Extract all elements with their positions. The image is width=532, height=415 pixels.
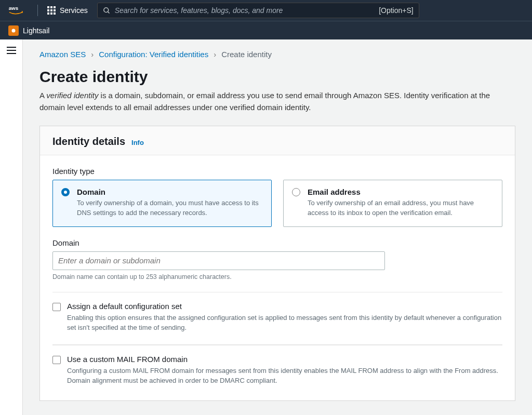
svg-point-3 (12, 29, 16, 32)
search-shortcut-hint: [Option+S] (379, 6, 414, 15)
identity-type-option-email[interactable]: Email address To verify ownership of an … (283, 180, 502, 227)
custom-mailfrom-title: Use a custom MAIL FROM domain (67, 355, 502, 364)
page-subtitle: A verified identity is a domain, subdoma… (39, 90, 515, 113)
panel-header: Identity details Info (40, 126, 515, 155)
assign-config-set-checkbox[interactable] (52, 303, 61, 311)
breadcrumb: Amazon SES › Configuration: Verified ide… (39, 50, 515, 59)
option-desc: To verify ownership of a domain, you mus… (77, 198, 263, 218)
aws-logo[interactable]: aws (8, 5, 28, 16)
option-title: Domain (77, 188, 263, 196)
main-content: Amazon SES › Configuration: Verified ide… (23, 39, 532, 415)
services-label: Services (60, 6, 88, 15)
side-rail (0, 39, 23, 415)
panel-title: Identity details (52, 136, 125, 148)
domain-field: Domain Domain name can contain up to 253… (52, 238, 502, 280)
domain-input[interactable] (52, 251, 385, 270)
global-search[interactable]: [Option+S] (97, 3, 419, 18)
identity-details-panel: Identity details Info Identity type Doma… (39, 126, 515, 401)
chevron-right-icon: › (214, 50, 216, 59)
body-layout: Amazon SES › Configuration: Verified ide… (0, 39, 532, 415)
svg-point-1 (104, 7, 109, 12)
option-title: Email address (308, 188, 494, 196)
breadcrumb-link-verified-identities[interactable]: Configuration: Verified identities (99, 50, 208, 59)
identity-type-field: Identity type Domain To verify ownership… (52, 167, 502, 227)
assign-config-set-row: Assign a default configuration set Enabl… (52, 292, 502, 342)
identity-type-option-domain[interactable]: Domain To verify ownership of a domain, … (52, 180, 272, 227)
custom-mailfrom-row: Use a custom MAIL FROM domain Configurin… (52, 345, 502, 395)
breadcrumb-link-ses[interactable]: Amazon SES (39, 50, 86, 59)
assign-config-set-desc: Enabling this option ensures that the as… (67, 313, 502, 333)
custom-mailfrom-checkbox[interactable] (52, 356, 61, 364)
identity-type-options: Domain To verify ownership of a domain, … (52, 180, 502, 227)
global-search-input[interactable] (111, 6, 375, 15)
identity-type-label: Identity type (52, 167, 502, 176)
panel-body: Identity type Domain To verify ownership… (40, 155, 515, 400)
nav-divider (37, 5, 38, 16)
chevron-right-icon: › (91, 50, 94, 59)
lightsail-chip[interactable]: Lightsail (8, 25, 49, 36)
breadcrumb-current: Create identity (221, 50, 272, 59)
lightsail-icon (8, 25, 19, 36)
info-link[interactable]: Info (131, 139, 144, 146)
top-nav: aws Services [Option+S] (0, 0, 532, 21)
radio-icon (292, 188, 300, 196)
custom-mailfrom-desc: Configuring a custom MAIL FROM domain fo… (67, 366, 502, 386)
svg-text:aws: aws (9, 5, 19, 11)
domain-hint: Domain name can contain up to 253 alphan… (52, 273, 502, 280)
side-nav-toggle[interactable] (7, 47, 16, 415)
svg-line-2 (108, 11, 109, 13)
assign-config-set-title: Assign a default configuration set (67, 302, 502, 311)
services-menu-button[interactable]: Services (47, 6, 88, 15)
service-bar: Lightsail (0, 21, 532, 39)
option-desc: To verify ownership of an email address,… (308, 198, 494, 218)
domain-label: Domain (52, 238, 502, 247)
lightsail-label: Lightsail (23, 26, 49, 35)
grid-icon (47, 6, 56, 15)
page-title: Create identity (39, 68, 515, 86)
search-icon (103, 7, 111, 15)
radio-icon (61, 188, 70, 196)
